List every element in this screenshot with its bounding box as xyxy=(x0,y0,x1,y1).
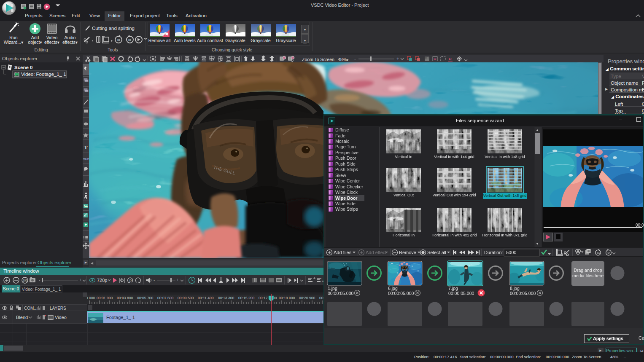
svg-text:Wipe Checker: Wipe Checker xyxy=(335,184,363,189)
svg-text:00:01.900: 00:01.900 xyxy=(97,296,113,300)
svg-text:Fade: Fade xyxy=(335,133,345,138)
svg-text:Diffuse: Diffuse xyxy=(335,127,349,132)
svg-text:90: 90 xyxy=(117,39,120,41)
svg-text:COM...: COM... xyxy=(24,306,38,311)
svg-text:Drag and drop: Drag and drop xyxy=(574,268,602,273)
svg-text:00.000: 00.000 xyxy=(87,296,95,300)
svg-text:00:00:05.000: 00:00:05.000 xyxy=(388,291,414,296)
svg-text:-: - xyxy=(154,278,155,282)
svg-text:00:13.300: 00:13.300 xyxy=(218,296,234,300)
svg-text:00:00:05.000: 00:00:05.000 xyxy=(448,291,474,296)
svg-text:Vertical In with 1x8 grid: Vertical In with 1x8 grid xyxy=(485,155,525,159)
svg-text:Horizontal In: Horizontal In xyxy=(393,233,415,237)
svg-text:6.jpg: 6.jpg xyxy=(388,286,398,291)
svg-text:Wipe Side: Wipe Side xyxy=(335,201,356,206)
svg-text:00:20.900: 00:20.900 xyxy=(299,296,315,300)
svg-text:Push Side: Push Side xyxy=(335,161,356,166)
svg-text:5000: 5000 xyxy=(506,250,516,255)
svg-text:Video: Video xyxy=(55,315,67,320)
svg-text:7.jpg: 7.jpg xyxy=(448,286,458,291)
svg-text:1.jpg: 1.jpg xyxy=(328,286,337,291)
svg-text:90: 90 xyxy=(128,39,131,41)
svg-text:00:09.500: 00:09.500 xyxy=(178,296,194,300)
svg-text:90: 90 xyxy=(607,252,610,255)
svg-text:Skew: Skew xyxy=(335,173,346,178)
svg-text:8.jpg: 8.jpg xyxy=(510,286,520,291)
svg-text:Vertical Out with 1x4 grid: Vertical Out with 1x4 grid xyxy=(433,193,476,197)
svg-text:720p: 720p xyxy=(97,278,107,283)
svg-text:Select all: Select all xyxy=(427,250,446,255)
svg-text:-: - xyxy=(39,278,40,282)
svg-text:T: T xyxy=(84,144,88,150)
svg-text:U: U xyxy=(434,57,437,61)
svg-text:SUB: SUB xyxy=(84,158,89,161)
svg-text:00:05.700: 00:05.700 xyxy=(137,296,153,300)
svg-text:LAYERS: LAYERS xyxy=(50,306,66,311)
svg-text:Add effect: Add effect xyxy=(366,250,386,255)
svg-text:Mosaic: Mosaic xyxy=(335,139,349,144)
svg-text:90: 90 xyxy=(597,252,600,255)
svg-text:Duration:: Duration: xyxy=(484,250,503,255)
svg-text:00:15.200: 00:15.200 xyxy=(238,296,254,300)
svg-text:Vertical Out: Vertical Out xyxy=(393,193,414,197)
svg-text:00:11.400: 00:11.400 xyxy=(198,296,214,300)
svg-text:100: 100 xyxy=(23,279,27,282)
svg-text:+: + xyxy=(396,56,399,61)
svg-text:Push Strips: Push Strips xyxy=(335,167,358,172)
svg-text:00:: 00: xyxy=(319,296,323,300)
svg-text:-: - xyxy=(354,56,356,61)
svg-text:00:03.800: 00:03.800 xyxy=(117,296,133,300)
svg-text:Vertical Out with 1x8 grid: Vertical Out with 1x8 grid xyxy=(483,193,527,198)
svg-text:00:00:05.000: 00:00:05.000 xyxy=(328,291,353,296)
svg-text:Wipe Clock: Wipe Clock xyxy=(335,190,358,195)
svg-text:+: + xyxy=(79,278,82,282)
svg-text:00:17: 00:17 xyxy=(259,296,268,300)
svg-text:Vertical In with 1x4 grid: Vertical In with 1x4 grid xyxy=(434,155,474,159)
svg-text:Add files: Add files xyxy=(334,250,352,255)
svg-text:Push Door: Push Door xyxy=(335,156,356,161)
svg-text:Horizontal In with 8x1 grid: Horizontal In with 8x1 grid xyxy=(482,233,528,237)
svg-text:Scene 0: Scene 0 xyxy=(14,65,32,70)
svg-text:Perspective: Perspective xyxy=(335,150,358,155)
svg-text:00:00:05.000: 00:00:05.000 xyxy=(510,291,536,296)
svg-text:Blend: Blend xyxy=(16,315,28,320)
svg-text:D: D xyxy=(129,279,132,282)
svg-text:U: U xyxy=(449,57,452,61)
svg-text:+: + xyxy=(176,278,179,282)
svg-text:00:07.600: 00:07.600 xyxy=(157,296,173,300)
svg-text:Wipe Strips: Wipe Strips xyxy=(335,206,358,212)
svg-text:Remove: Remove xyxy=(399,250,416,255)
svg-text:Wipe Center: Wipe Center xyxy=(335,178,360,183)
svg-text:Horizontal In with 4x1 grid: Horizontal In with 4x1 grid xyxy=(432,233,477,237)
svg-text:Page Turn: Page Turn xyxy=(335,144,356,149)
svg-text:Video: Footage_1_ 1: Video: Footage_1_ 1 xyxy=(21,72,66,77)
svg-text:00:19.000: 00:19.000 xyxy=(279,296,295,300)
svg-text:Vertical In: Vertical In xyxy=(395,155,412,159)
svg-text:Wipe Door: Wipe Door xyxy=(335,196,357,201)
svg-text:media files here: media files here xyxy=(572,273,604,278)
